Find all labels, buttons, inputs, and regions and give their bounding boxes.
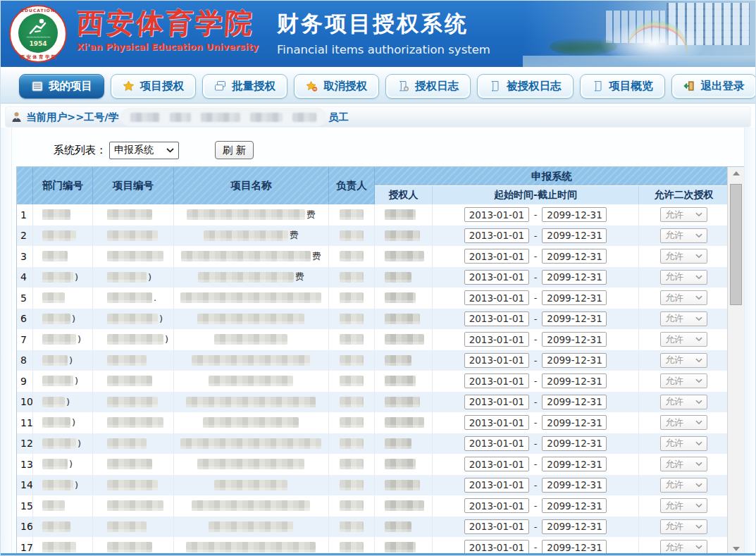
row-number: 8 (17, 350, 33, 371)
tab-cancel-authorize[interactable]: 取消授权 (294, 74, 379, 99)
end-date-input[interactable]: 2099-12-31 (542, 498, 607, 513)
start-date-input[interactable]: 2013-01-01 (464, 395, 529, 409)
system-list-label: 系统列表： (54, 144, 106, 157)
end-date-input[interactable]: 2099-12-31 (542, 436, 607, 451)
tab-authorized-log[interactable]: 被授权日志 (477, 74, 574, 99)
start-date-input[interactable]: 2013-01-01 (464, 228, 529, 243)
second-auth-select[interactable]: 允许 (660, 353, 707, 368)
second-auth-select[interactable]: 允许 (660, 207, 707, 222)
start-date-input[interactable]: 2013-01-01 (464, 478, 529, 493)
start-date-input[interactable]: 2013-01-01 (464, 311, 529, 326)
end-date-input[interactable]: 2099-12-31 (542, 332, 607, 347)
refresh-button[interactable]: 刷 新 (215, 141, 254, 159)
redacted-authorizer (385, 417, 424, 428)
redacted-project-code (107, 209, 152, 220)
tab-label: 退出登录 (701, 79, 745, 94)
start-date-input[interactable]: 2013-01-01 (464, 207, 529, 222)
second-auth-select[interactable]: 允许 (660, 457, 707, 471)
redacted-project-name (203, 417, 299, 428)
start-date-input[interactable]: 2013-01-01 (464, 373, 529, 388)
scroll-up-button[interactable] (728, 167, 744, 180)
redacted-project-code (107, 292, 152, 303)
second-auth-select[interactable]: 允许 (660, 498, 707, 513)
redacted-owner (340, 355, 364, 366)
col-header-dept: 部门编号 (33, 167, 93, 204)
redacted-owner (340, 376, 364, 386)
end-date-input[interactable]: 2099-12-31 (542, 415, 607, 430)
second-auth-select[interactable]: 允许 (660, 249, 707, 264)
row-number: 6 (17, 309, 33, 330)
scrollbar-thumb[interactable] (730, 184, 742, 305)
vertical-scrollbar[interactable] (727, 167, 744, 555)
table-row: 8 ) 2013-01-01 - 2099-12-31 允许 (17, 350, 729, 371)
second-auth-select[interactable]: 允许 (660, 270, 707, 285)
second-auth-select[interactable]: 允许 (660, 373, 707, 388)
end-date-input[interactable]: 2099-12-31 (542, 270, 607, 285)
start-date-input[interactable]: 2013-01-01 (464, 415, 529, 430)
tab-authorize-log[interactable]: 授权日志 (385, 74, 471, 99)
redacted-project-name (180, 438, 321, 449)
start-date-input[interactable]: 2013-01-01 (464, 249, 529, 264)
logo-ring-bottom-text: 西 安 体 育 学 院 (11, 54, 66, 61)
logo-ring-text: EDUCATION (11, 8, 66, 13)
second-auth-select[interactable]: 允许 (660, 290, 707, 305)
system-title-en: Financial items authorization system (277, 43, 490, 56)
second-auth-select[interactable]: 允许 (660, 332, 707, 347)
system-select[interactable]: 申报系统 (109, 142, 179, 159)
star-minus-icon (306, 80, 318, 92)
end-date-input[interactable]: 2099-12-31 (542, 478, 607, 493)
start-date-input[interactable]: 2013-01-01 (464, 332, 529, 347)
tab-my-projects[interactable]: 我的项目 (19, 74, 104, 99)
second-auth-select[interactable]: 允许 (660, 228, 707, 243)
end-date-input[interactable]: 2099-12-31 (542, 373, 607, 388)
redacted-authorizer (385, 272, 411, 283)
second-auth-select[interactable]: 允许 (660, 436, 707, 451)
redacted-project-code (107, 230, 158, 241)
navbar: 我的项目 项目授权 批量授权 取消授权 授权日志 (1, 67, 755, 104)
redacted-project-code (107, 251, 163, 261)
chevron-down-icon (695, 212, 702, 217)
redacted-authorizer (385, 230, 420, 241)
end-date-input[interactable]: 2099-12-31 (542, 353, 607, 368)
end-date-input[interactable]: 2099-12-31 (542, 207, 607, 222)
second-auth-select[interactable]: 允许 (660, 519, 707, 534)
table-body: 1 费 2013-01-01 - 2099-12-31 允许 2 费 2013-… (17, 204, 729, 555)
user-icon (11, 111, 22, 123)
second-auth-select[interactable]: 允许 (660, 395, 707, 409)
end-date-input[interactable]: 2099-12-31 (542, 228, 607, 243)
start-date-input[interactable]: 2013-01-01 (464, 519, 529, 534)
logo-year: 1954 (18, 40, 58, 47)
redacted-owner (340, 417, 364, 428)
end-date-input[interactable]: 2099-12-31 (542, 249, 607, 264)
end-date-input[interactable]: 2099-12-31 (542, 457, 607, 471)
start-date-input[interactable]: 2013-01-01 (464, 353, 529, 368)
start-date-input[interactable]: 2013-01-01 (464, 457, 529, 471)
end-date-input[interactable]: 2099-12-31 (542, 519, 607, 534)
col-header-project-no: 项目编号 (93, 167, 174, 204)
tab-batch-authorize[interactable]: 批量授权 (202, 74, 287, 99)
system-title-zh: 财务项目授权系统 (277, 9, 490, 39)
redacted-dept-code (42, 334, 76, 345)
start-date-input[interactable]: 2013-01-01 (464, 270, 529, 285)
second-auth-select[interactable]: 允许 (660, 478, 707, 493)
redacted-project-code (107, 500, 163, 511)
second-auth-select[interactable]: 允许 (660, 415, 707, 430)
redacted-dept-code (42, 314, 70, 324)
start-date-input[interactable]: 2013-01-01 (464, 436, 529, 451)
end-date-input[interactable]: 2099-12-31 (542, 311, 607, 326)
arrow-up-icon (733, 171, 740, 175)
redacted-dept-code (42, 355, 68, 366)
tab-project-authorize[interactable]: 项目授权 (111, 74, 196, 99)
table-row: 5 . 2013-01-01 - 2099-12-31 允许 (17, 288, 729, 309)
col-header-owner: 负责人 (329, 167, 375, 204)
end-date-input[interactable]: 2099-12-31 (542, 395, 607, 409)
tab-label: 项目概览 (609, 79, 653, 94)
start-date-input[interactable]: 2013-01-01 (464, 498, 529, 513)
start-date-input[interactable]: 2013-01-01 (464, 290, 529, 305)
second-auth-select[interactable]: 允许 (660, 311, 707, 326)
tab-project-overview[interactable]: 项目概览 (580, 74, 665, 99)
redacted-owner (340, 397, 364, 407)
tab-logout[interactable]: 退出登录 (671, 74, 756, 99)
end-date-input[interactable]: 2099-12-31 (542, 290, 607, 305)
row-number: 15 (17, 495, 33, 517)
